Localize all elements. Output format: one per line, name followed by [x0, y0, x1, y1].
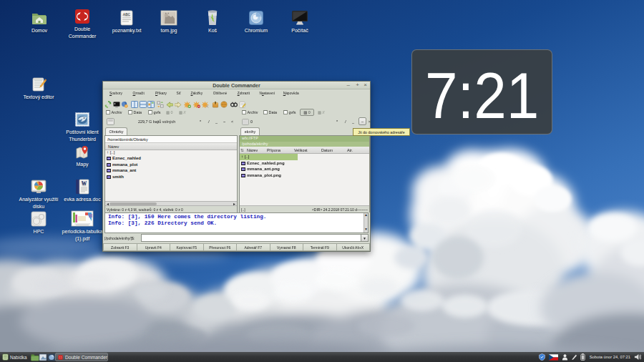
svg-text:W: W [82, 180, 87, 187]
svg-text:ABC: ABC [123, 12, 131, 16]
